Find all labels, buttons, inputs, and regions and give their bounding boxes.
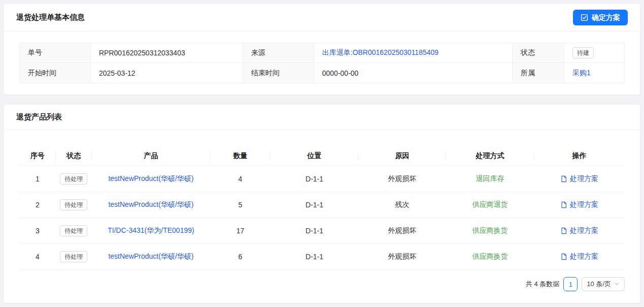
basic-info-grid: 单号 RPR001620250312033403 来源 出库退单:OBR0016… bbox=[19, 43, 625, 83]
cell-product: testNewProduct(华硕/华硕) bbox=[92, 244, 210, 270]
document-icon bbox=[560, 201, 567, 208]
process-plan-label: 处理方案 bbox=[570, 174, 598, 183]
cell-quantity: 4 bbox=[210, 166, 270, 192]
field-label-end-time: 结束时间 bbox=[243, 63, 314, 83]
field-label-owner: 所属 bbox=[513, 63, 564, 83]
product-list-title: 退货产品列表 bbox=[16, 112, 62, 122]
cell-product: testNewProduct(华硕/华硕) bbox=[92, 166, 210, 192]
basic-info-title: 退货处理单基本信息 bbox=[16, 13, 85, 22]
field-value-source: 出库退单:OBR001620250301185409 bbox=[314, 43, 513, 63]
table-row: 4 待处理 testNewProduct(华硕/华硕) 6 D-1-1 外观损坏… bbox=[19, 244, 625, 270]
cell-index: 4 bbox=[19, 244, 56, 270]
process-plan-link[interactable]: 处理方案 bbox=[560, 252, 598, 261]
product-list-header: 退货产品列表 bbox=[4, 105, 640, 130]
col-header-action: 操作 bbox=[534, 146, 625, 166]
cell-product: TI/DC-3431(华为/TE00199) bbox=[92, 218, 210, 244]
status-badge: 待处理 bbox=[60, 199, 87, 210]
product-link[interactable]: testNewProduct(华硕/华硕) bbox=[108, 174, 193, 182]
cell-method: 供应商换货 bbox=[446, 218, 534, 244]
cell-reason: 外观损坏 bbox=[358, 244, 446, 270]
document-icon bbox=[560, 253, 567, 260]
field-value-order-no: RPR001620250312033403 bbox=[91, 43, 243, 63]
cell-method: 供应商退货 bbox=[446, 192, 534, 218]
product-link[interactable]: TI/DC-3431(华为/TE00199) bbox=[108, 226, 194, 234]
field-label-start-time: 开始时间 bbox=[20, 63, 91, 83]
basic-info-card: 退货处理单基本信息 确定方案 单号 RPR001620250312033403 … bbox=[4, 4, 640, 95]
cell-method: 供应商换货 bbox=[446, 244, 534, 270]
owner-link[interactable]: 采购1 bbox=[572, 69, 591, 78]
document-icon bbox=[560, 175, 567, 182]
process-plan-link[interactable]: 处理方案 bbox=[560, 200, 598, 209]
source-order-link[interactable]: 出库退单:OBR001620250301185409 bbox=[322, 48, 438, 57]
cell-status: 待处理 bbox=[56, 218, 92, 244]
cell-location: D-1-1 bbox=[270, 218, 358, 244]
product-link[interactable]: testNewProduct(华硕/华硕) bbox=[108, 252, 193, 260]
col-header-status: 状态 bbox=[56, 146, 92, 166]
field-value-status: 待建 bbox=[564, 43, 624, 63]
field-label-source: 来源 bbox=[243, 43, 314, 63]
cell-status: 待处理 bbox=[56, 166, 92, 192]
cell-location: D-1-1 bbox=[270, 244, 358, 270]
cell-quantity: 17 bbox=[210, 218, 270, 244]
cell-action: 处理方案 bbox=[534, 192, 625, 218]
cell-product: testNewProduct(华硕/华硕) bbox=[92, 192, 210, 218]
process-plan-link[interactable]: 处理方案 bbox=[560, 226, 598, 235]
basic-info-body: 单号 RPR001620250312033403 来源 出库退单:OBR0016… bbox=[4, 32, 640, 95]
table-row: 2 待处理 testNewProduct(华硕/华硕) 5 D-1-1 残次 供… bbox=[19, 192, 625, 218]
cell-quantity: 5 bbox=[210, 192, 270, 218]
cell-status: 待处理 bbox=[56, 192, 92, 218]
product-table: 序号 状态 产品 数量 位置 原因 处理方式 操作 1 待处理 testNewP bbox=[19, 146, 625, 270]
product-link[interactable]: testNewProduct(华硕/华硕) bbox=[108, 200, 193, 208]
document-icon bbox=[560, 227, 567, 234]
page-1-button[interactable]: 1 bbox=[563, 277, 578, 291]
product-list-card: 退货产品列表 序号 状态 产品 数量 位置 原因 处理方式 bbox=[4, 105, 640, 303]
checkbox-check-icon bbox=[581, 14, 588, 21]
process-plan-label: 处理方案 bbox=[570, 252, 598, 261]
cell-action: 处理方案 bbox=[534, 166, 625, 192]
confirm-plan-label: 确定方案 bbox=[592, 13, 620, 22]
page-size-value: 10 条/页 bbox=[587, 280, 611, 289]
cell-method: 退回库存 bbox=[446, 166, 534, 192]
pagination: 共 4 条数据 1 10 条/页 bbox=[19, 277, 625, 291]
confirm-plan-button[interactable]: 确定方案 bbox=[573, 10, 628, 25]
col-header-location: 位置 bbox=[270, 146, 358, 166]
page: 退货处理单基本信息 确定方案 单号 RPR001620250312033403 … bbox=[0, 0, 644, 307]
field-label-order-no: 单号 bbox=[20, 43, 91, 63]
cell-action: 处理方案 bbox=[534, 218, 625, 244]
status-badge: 待建 bbox=[572, 47, 594, 58]
field-value-owner: 采购1 bbox=[564, 63, 624, 83]
col-header-product: 产品 bbox=[92, 146, 210, 166]
process-plan-label: 处理方案 bbox=[570, 226, 598, 235]
col-header-reason: 原因 bbox=[358, 146, 446, 166]
cell-action: 处理方案 bbox=[534, 244, 625, 270]
cell-location: D-1-1 bbox=[270, 192, 358, 218]
col-header-quantity: 数量 bbox=[210, 146, 270, 166]
table-header-row: 序号 状态 产品 数量 位置 原因 处理方式 操作 bbox=[19, 146, 625, 166]
cell-index: 2 bbox=[19, 192, 56, 218]
process-plan-label: 处理方案 bbox=[570, 200, 598, 209]
cell-status: 待处理 bbox=[56, 244, 92, 270]
status-badge: 待处理 bbox=[60, 251, 87, 262]
status-badge: 待处理 bbox=[60, 173, 87, 185]
cell-index: 1 bbox=[19, 166, 56, 192]
col-header-method: 处理方式 bbox=[446, 146, 534, 166]
field-label-status: 状态 bbox=[513, 43, 564, 63]
field-value-start-time: 2025-03-12 bbox=[91, 63, 243, 83]
field-value-end-time: 0000-00-00 bbox=[314, 63, 513, 83]
cell-index: 3 bbox=[19, 218, 56, 244]
basic-info-header: 退货处理单基本信息 确定方案 bbox=[4, 4, 640, 32]
cell-reason: 残次 bbox=[358, 192, 446, 218]
cell-reason: 外观损坏 bbox=[358, 166, 446, 192]
page-size-select[interactable]: 10 条/页 bbox=[582, 277, 625, 291]
col-header-index: 序号 bbox=[19, 146, 56, 166]
cell-quantity: 6 bbox=[210, 244, 270, 270]
product-list-body: 序号 状态 产品 数量 位置 原因 处理方式 操作 1 待处理 testNewP bbox=[4, 130, 640, 300]
process-plan-link[interactable]: 处理方案 bbox=[560, 174, 598, 183]
cell-location: D-1-1 bbox=[270, 166, 358, 192]
status-badge: 待处理 bbox=[60, 225, 87, 236]
cell-reason: 外观损坏 bbox=[358, 218, 446, 244]
table-row: 1 待处理 testNewProduct(华硕/华硕) 4 D-1-1 外观损坏… bbox=[19, 166, 625, 192]
chevron-down-icon bbox=[614, 281, 620, 288]
table-row: 3 待处理 TI/DC-3431(华为/TE00199) 17 D-1-1 外观… bbox=[19, 218, 625, 244]
total-count-text: 共 4 条数据 bbox=[526, 280, 559, 289]
